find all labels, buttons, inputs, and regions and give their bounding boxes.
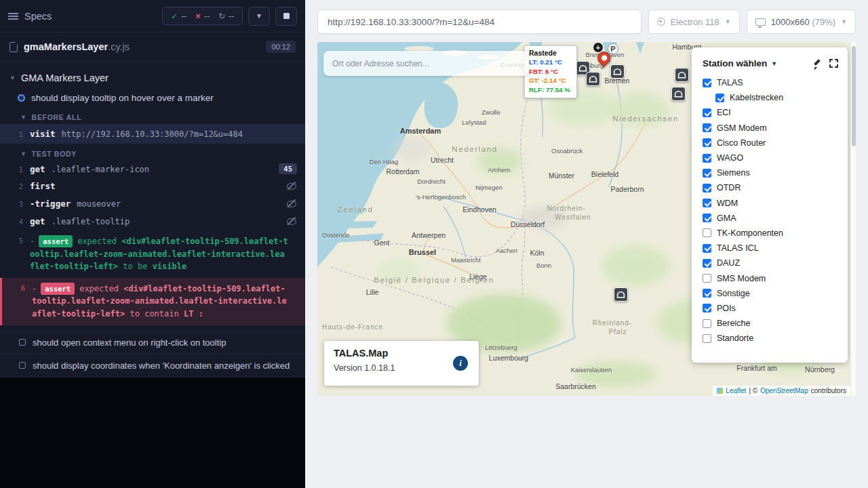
leaflet-link[interactable]: Leaflet <box>726 387 746 394</box>
map-label: Gent <box>374 239 390 247</box>
station-item[interactable]: Siemens <box>692 165 848 180</box>
spec-file-row[interactable]: gmaMarkersLayer.cy.js 00:12 <box>0 33 305 62</box>
caret-icon: ▼ <box>20 114 27 121</box>
collapse-button[interactable]: ▼ <box>248 7 270 26</box>
browser-select[interactable]: Electron 118 ▼ <box>648 9 740 34</box>
checkbox-unchecked[interactable] <box>703 228 711 237</box>
tooltip-title: Rastede <box>529 49 572 57</box>
station-item-label: Kabelstrecken <box>730 93 783 102</box>
map-label: Saarbrücken <box>555 382 596 390</box>
active-test-row[interactable]: should display tooltip on hover over a m… <box>0 89 305 107</box>
checkbox-checked[interactable] <box>703 123 711 132</box>
checkbox-checked[interactable] <box>703 214 711 222</box>
command-method: visit <box>30 129 56 139</box>
map-label: Nürnberg <box>805 365 835 373</box>
viewport-zoom: (79%) <box>812 17 835 27</box>
station-marker-icon[interactable] <box>675 68 689 82</box>
station-marker-icon[interactable] <box>614 287 628 302</box>
station-item-label: WDM <box>717 199 738 208</box>
info-icon[interactable]: i <box>453 356 468 371</box>
station-item[interactable]: Standorte <box>692 331 848 346</box>
station-item[interactable]: WDM <box>692 196 848 211</box>
station-marker-icon[interactable] <box>610 64 625 79</box>
command-row[interactable]: 3-triggermouseover <box>0 195 305 213</box>
station-item[interactable]: SMS Modem <box>692 270 848 285</box>
queued-test-row[interactable]: should display coordinates when 'Koordin… <box>0 354 305 377</box>
station-item-label: GMA <box>717 214 736 223</box>
station-item-label: OTDR <box>717 183 741 192</box>
checkbox-checked[interactable] <box>703 154 711 163</box>
command-row[interactable]: 2first <box>0 178 305 195</box>
page-scrollbar[interactable] <box>850 42 856 396</box>
test-body-section[interactable]: ▼ TEST BODY <box>0 144 305 161</box>
checkbox-checked[interactable] <box>715 94 724 102</box>
command-row[interactable]: 1visithttp://192.168.10.33:3000/?m=12&u=… <box>0 124 305 144</box>
command-row[interactable]: 4get.leaflet-tooltip <box>0 213 305 230</box>
checkbox-unchecked[interactable] <box>703 319 711 328</box>
before-all-section[interactable]: ▼ BEFORE ALL <box>0 107 305 124</box>
chevron-down-icon[interactable]: ▼ <box>771 60 777 67</box>
checkbox-checked[interactable] <box>703 169 711 178</box>
checkbox-checked[interactable] <box>703 138 711 147</box>
station-item[interactable]: TALAS ICL <box>692 241 848 256</box>
map-label: Paderborn <box>610 185 644 193</box>
map-label: Kaiserslautern <box>571 366 612 373</box>
station-item[interactable]: TK-Komponenten <box>692 226 848 241</box>
checkbox-checked[interactable] <box>703 184 711 192</box>
station-marker-icon[interactable] <box>671 87 686 101</box>
osm-link[interactable]: OpenStreetMap <box>760 387 808 394</box>
eye-slash-icon <box>286 199 297 207</box>
station-item[interactable]: ECI <box>692 105 848 120</box>
search-input[interactable] <box>323 51 529 76</box>
map-label: Osnabrück <box>551 147 583 155</box>
checkbox-checked[interactable] <box>703 108 711 117</box>
command-args: mouseover <box>77 199 121 209</box>
map-label: Düsseldorf <box>511 220 545 228</box>
station-item[interactable]: Sonstige <box>692 286 848 301</box>
command-args: http://192.168.10.33:3000/?m=12&u=484 <box>62 129 243 139</box>
queued-test-row[interactable]: should open context menu on right-click … <box>0 331 305 354</box>
checkbox-unchecked[interactable] <box>703 334 711 343</box>
edit-pencil-icon[interactable] <box>812 59 821 68</box>
command-row[interactable]: 1get.leaflet-marker-icon45 <box>0 161 305 178</box>
suite-row[interactable]: ▼ GMA Markers Layer <box>0 67 305 89</box>
stop-button[interactable] <box>275 7 297 26</box>
checkbox-checked[interactable] <box>703 244 711 253</box>
checkbox-checked[interactable] <box>703 304 711 312</box>
checkbox-checked[interactable] <box>703 199 711 207</box>
specs-header[interactable]: Specs <box>8 11 52 22</box>
station-item[interactable]: WAGO <box>692 150 848 165</box>
parking-marker[interactable]: P <box>608 43 618 54</box>
checkbox-checked[interactable] <box>703 259 711 268</box>
viewport-select[interactable]: 1000x660 (79%) ▼ <box>747 9 856 34</box>
map-label: Niedersachsen <box>612 115 679 123</box>
station-item[interactable]: Kabelstrecken <box>692 90 848 105</box>
station-marker-icon[interactable] <box>586 72 600 86</box>
station-item[interactable]: TALAS <box>692 75 848 90</box>
command-args: .leaflet-marker-icon <box>52 164 150 174</box>
map-label: Zeeland <box>338 205 374 214</box>
assert-command-row[interactable]: 6-assertexpected <div#leaflet-tooltip-50… <box>0 278 305 325</box>
expand-icon[interactable] <box>829 59 838 68</box>
station-item[interactable]: OTDR <box>692 180 848 195</box>
station-item[interactable]: GSM Modem <box>692 121 848 136</box>
station-item[interactable]: Cisco Router <box>692 136 848 150</box>
map-application[interactable]: HamburgBremenOldenburgBremerhavenGroning… <box>317 42 856 396</box>
tooltip-measurement: FBT: 6 °C <box>529 67 572 77</box>
map-label: Rheinland- <box>593 319 632 327</box>
scrollbar-thumb[interactable] <box>852 46 856 146</box>
station-item[interactable]: POIs <box>692 301 848 316</box>
station-item[interactable]: DAUZ <box>692 256 848 270</box>
map-label: Oostende <box>321 231 349 239</box>
menu-icon[interactable] <box>8 12 18 20</box>
caret-icon: ▼ <box>9 75 16 81</box>
assert-command-row[interactable]: 5-assertexpected <div#leaflet-tooltip-50… <box>0 230 305 278</box>
checkbox-checked[interactable] <box>703 79 711 87</box>
station-item[interactable]: GMA <box>692 211 848 226</box>
file-icon <box>9 42 18 52</box>
station-item[interactable]: Bereiche <box>692 316 848 331</box>
command-method: get <box>30 216 45 226</box>
url-bar[interactable]: http://192.168.10.33:3000/?m=12&u=484 <box>317 9 642 34</box>
checkbox-unchecked[interactable] <box>703 274 711 283</box>
checkbox-checked[interactable] <box>703 289 711 298</box>
